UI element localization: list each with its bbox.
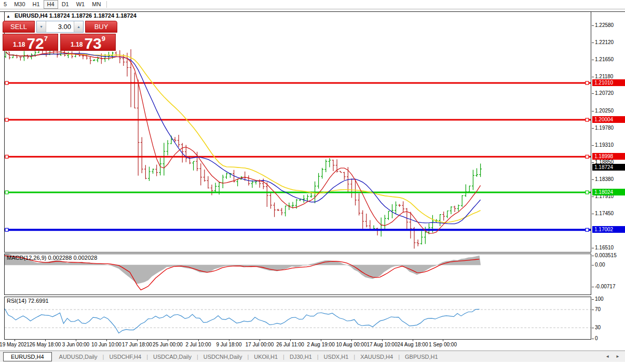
tab-scroll-arrows: ◄► bbox=[605, 354, 625, 359]
price-axis-label: 1.20720 bbox=[595, 90, 614, 96]
price-axis-tick bbox=[592, 93, 594, 94]
macd-label: MACD(12,26,9) 0.002288 0.002028 bbox=[7, 255, 97, 261]
rsi-canvas[interactable] bbox=[5, 297, 591, 339]
price-axis-tick bbox=[592, 179, 594, 180]
time-axis-label: 10 Aug 00:00 bbox=[336, 342, 367, 347]
time-axis-label: 25 Jun 00:00 bbox=[153, 342, 183, 347]
ma-slow-line bbox=[6, 52, 481, 222]
price-axis-tick bbox=[592, 197, 594, 197]
buy-price-big-digits: 73 bbox=[84, 36, 101, 50]
price-axis-label: 1.20250 bbox=[595, 108, 614, 114]
price-axis-tick bbox=[592, 43, 594, 43]
time-axis-tick bbox=[321, 340, 321, 341]
time-axis-label: 26 May 18:00 bbox=[30, 342, 61, 347]
time-axis-tick bbox=[260, 340, 260, 341]
tab-scroll-right-icon[interactable]: ► bbox=[616, 354, 620, 359]
time-axis-tick bbox=[290, 340, 291, 341]
timeframe-button-h1[interactable]: H1 bbox=[29, 1, 44, 8]
time-axis-label: 17 Jun 18:00 bbox=[122, 342, 152, 347]
time-axis-tick bbox=[168, 340, 168, 341]
rsi-axis-label: 100 bbox=[595, 296, 604, 302]
price-axis-tick bbox=[592, 162, 594, 163]
price-axis-label: 1.21650 bbox=[595, 57, 614, 63]
tab-usdchf[interactable]: USDCHF,H4 bbox=[104, 354, 146, 360]
sell-price-prefix: 1.18 bbox=[13, 41, 25, 48]
time-axis-tick bbox=[413, 340, 413, 341]
tab-usdx[interactable]: USDX,H1 bbox=[319, 354, 354, 360]
price-axis-label: 1.22580 bbox=[595, 22, 614, 29]
rsi-axis-tick bbox=[592, 328, 594, 328]
sell-button[interactable]: SELL bbox=[3, 21, 35, 33]
sell-price-display[interactable]: 1.18 72 7 bbox=[3, 34, 58, 51]
timeframe-button-5[interactable]: 5 bbox=[0, 1, 10, 8]
tab-eurusd[interactable]: EURUSD,H4 bbox=[3, 352, 52, 361]
time-axis-tick bbox=[229, 340, 229, 341]
level-price-chip: 1.18024 bbox=[592, 189, 625, 195]
rsi-axis-tick bbox=[592, 299, 594, 300]
time-axis-label: 19 May 2021 bbox=[0, 342, 30, 347]
buy-button[interactable]: BUY bbox=[85, 21, 117, 33]
macd-axis-tick bbox=[592, 265, 594, 265]
timeframe-button-m30[interactable]: M30 bbox=[10, 1, 29, 8]
time-axis-tick bbox=[443, 340, 443, 341]
time-axis-tick bbox=[351, 340, 352, 341]
ma-mid-line bbox=[6, 52, 481, 223]
time-axis-tick bbox=[198, 340, 199, 341]
rsi-axis-label: 70 bbox=[595, 306, 601, 313]
price-axis-label: 1.16510 bbox=[595, 245, 614, 251]
timeframe-button-mn[interactable]: MN bbox=[88, 1, 104, 8]
tab-ukoil[interactable]: UKOil,H1 bbox=[249, 354, 283, 360]
time-axis-tick bbox=[106, 340, 107, 341]
tab-usdcnh[interactable]: USDCNH,Daily bbox=[198, 354, 248, 360]
tab-xauusd[interactable]: XAUUSD,H4 bbox=[355, 354, 398, 360]
rsi-panel[interactable]: RSI(14) 72.6991 bbox=[4, 297, 591, 340]
price-axis-tick bbox=[592, 248, 594, 248]
price-axis[interactable]: 1.225801.221201.216501.211801.207201.202… bbox=[592, 11, 625, 340]
macd-panel[interactable]: MACD(12,26,9) 0.002288 0.002028 bbox=[4, 254, 591, 295]
price-axis-label: 1.19780 bbox=[595, 125, 614, 131]
rsi-label: RSI(14) 72.6991 bbox=[7, 298, 49, 304]
price-axis-tick bbox=[592, 145, 594, 146]
timeframe-button-d1[interactable]: D1 bbox=[58, 1, 73, 8]
time-axis-label: 9 Jul 18:00 bbox=[216, 342, 242, 347]
timeframe-button-h4[interactable]: H4 bbox=[44, 0, 58, 9]
level-price-chip: 1.20004 bbox=[592, 116, 625, 123]
level-price-chip: 1.17002 bbox=[592, 226, 625, 233]
chart-title: ▲ EURUSD,H4 1.18724 1.18726 1.18724 1.18… bbox=[6, 12, 137, 19]
sell-price-pip-digit: 7 bbox=[44, 35, 48, 43]
tab-audusd[interactable]: AUDUSD,Daily bbox=[54, 354, 103, 360]
time-axis-label: 24 Aug 18:00 bbox=[398, 342, 428, 347]
rsi-axis-tick bbox=[592, 339, 594, 339]
time-axis-label: 2 Aug 19:00 bbox=[307, 342, 334, 347]
price-axis-label: 1.17450 bbox=[595, 211, 614, 217]
time-axis[interactable]: 19 May 202126 May 18:003 Jun 00:0010 Jun… bbox=[0, 340, 625, 350]
price-axis-tick bbox=[592, 111, 594, 111]
volume-decrease-icon[interactable]: ▼ bbox=[37, 21, 46, 32]
macd-axis-label: -0.00717 bbox=[595, 284, 615, 290]
price-axis-tick bbox=[592, 60, 594, 60]
time-axis-label: 17 Jul 00:00 bbox=[246, 342, 274, 347]
volume-increase-icon[interactable]: ▲ bbox=[74, 21, 83, 32]
price-axis-tick bbox=[592, 77, 594, 77]
rsi-axis-label: 30 bbox=[595, 325, 601, 331]
chart-tab-bar: EURUSD,H4AUDUSD,Daily|USDCHF,H4|USDCAD,D… bbox=[0, 351, 625, 362]
time-axis-label: 10 Jun 10:00 bbox=[91, 342, 121, 347]
price-axis-label: 1.18380 bbox=[595, 176, 614, 183]
timeframe-button-w1[interactable]: W1 bbox=[73, 1, 89, 8]
time-axis-tick bbox=[137, 340, 138, 341]
collapse-icon[interactable]: ▲ bbox=[6, 14, 10, 19]
tab-dj30[interactable]: DJ30,H1 bbox=[284, 354, 317, 360]
tab-usdcad[interactable]: USDCAD,Daily bbox=[148, 354, 197, 360]
toolbar-separator bbox=[106, 1, 107, 8]
tab-scroll-left-icon[interactable]: ◄ bbox=[605, 354, 609, 359]
price-axis-label: 1.22120 bbox=[595, 39, 614, 46]
time-axis-tick bbox=[382, 340, 383, 341]
one-click-trading-panel: SELL ▼ 3.00 ▲ BUY 1.18 72 7 1.18 73 9 bbox=[3, 21, 117, 51]
tab-gbpusd[interactable]: GBPUSD,H1 bbox=[400, 354, 443, 360]
buy-price-prefix: 1.18 bbox=[71, 41, 83, 48]
buy-price-display[interactable]: 1.18 73 9 bbox=[60, 34, 116, 51]
time-axis-tick bbox=[76, 340, 76, 341]
volume-input[interactable]: 3.00 bbox=[46, 21, 74, 32]
level-price-chip: 1.21010 bbox=[592, 79, 625, 86]
time-axis-label: 26 Jul 11:00 bbox=[276, 342, 304, 347]
